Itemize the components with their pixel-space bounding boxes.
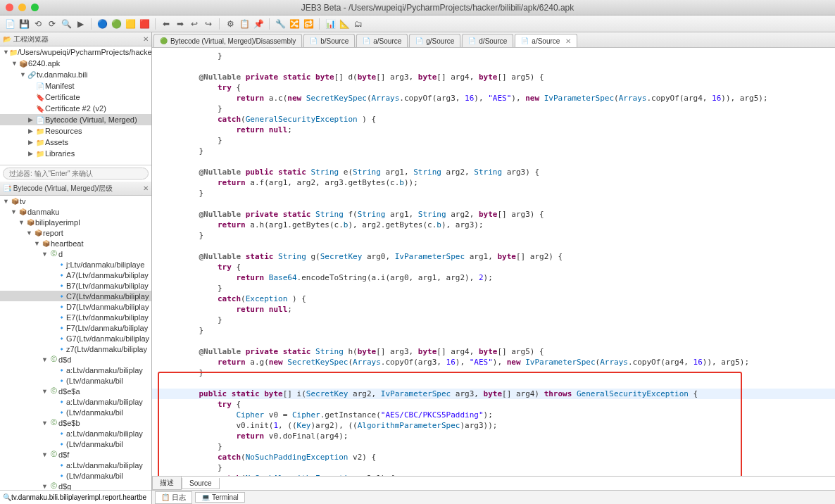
toolbar-button[interactable]: 🔍: [61, 18, 72, 30]
hierarchy-tree-item[interactable]: 🔹(Ltv/danmaku/bil: [0, 407, 151, 417]
project-tree-item[interactable]: 🔖Certificate #2 (v2): [0, 103, 151, 114]
toolbar-button[interactable]: 📊: [325, 18, 336, 30]
tab-terminal[interactable]: 💻Terminal: [195, 492, 245, 503]
code-line[interactable]: catch(Exception ) {: [152, 294, 835, 304]
tab-desc[interactable]: 描述: [152, 477, 182, 490]
project-tree-item[interactable]: ▼📁/Users/wupeiqi/PycharmProjects/hacker/…: [0, 46, 151, 58]
maximize-button[interactable]: [31, 4, 39, 11]
code-line[interactable]: @Nullable private static String h(byte[]…: [152, 346, 835, 357]
hierarchy-tree-item[interactable]: 🔹a:Ltv/danmaku/biliplay: [0, 396, 151, 407]
code-line[interactable]: @Nullable public static String e(String …: [152, 167, 835, 177]
code-line[interactable]: [152, 156, 835, 167]
code-line[interactable]: }: [152, 230, 835, 241]
project-tree-item[interactable]: ▶📁Resources: [0, 125, 151, 137]
hierarchy-tree-item[interactable]: 🔹z7(Ltv/danmaku/biliplay: [0, 344, 151, 354]
editor-tab[interactable]: 📄d/Source: [462, 34, 513, 47]
project-tree-item[interactable]: ▶📄Bytecode (Virtual, Merged): [0, 114, 151, 125]
code-line[interactable]: @Nullable private static byte[] d(byte[]…: [152, 72, 835, 82]
close-button[interactable]: [6, 4, 13, 11]
hierarchy-tree-item[interactable]: ▼📦heartbeat: [0, 238, 151, 248]
hierarchy-tree-item[interactable]: 🔹j:Ltv/danmaku/biliplaye: [0, 259, 151, 270]
code-line[interactable]: [152, 241, 835, 251]
code-line[interactable]: Cipher v0 = Cipher.getInstance("AES/CBC/…: [152, 410, 835, 420]
toolbar-button[interactable]: 📐: [339, 18, 350, 30]
editor-tab[interactable]: 📄a/Source✕: [515, 34, 577, 47]
toolbar-button[interactable]: 🟥: [139, 18, 150, 30]
toolbar-button[interactable]: 🟨: [125, 18, 136, 30]
hierarchy-tree-item[interactable]: 🔹a:Ltv/danmaku/biliplay: [0, 460, 151, 470]
code-line[interactable]: public static byte[] i(SecretKey arg2, I…: [152, 389, 835, 399]
hierarchy-tree[interactable]: ▼📦tv▼📦danmaku▼📦biliplayerimpl▼📦report▼📦h…: [0, 196, 151, 490]
toolbar-button[interactable]: ↪: [203, 18, 214, 30]
code-line[interactable]: }: [152, 283, 835, 294]
hierarchy-tree-item[interactable]: ▼Ⓒd$d: [0, 354, 151, 365]
editor-tab[interactable]: 📄a/Source: [356, 34, 408, 47]
hierarchy-tree-item[interactable]: 🔹A7(Ltv/danmaku/biliplay: [0, 270, 151, 280]
hierarchy-tree-item[interactable]: ▼📦tv: [0, 196, 151, 206]
toolbar-button[interactable]: 💾: [18, 18, 30, 30]
toolbar-button[interactable]: 📄: [4, 18, 15, 30]
project-tree-item[interactable]: ▶📁Libraries: [0, 148, 151, 159]
project-tree-item[interactable]: 🔖Certificate: [0, 92, 151, 103]
code-line[interactable]: }: [152, 315, 835, 325]
code-line[interactable]: catch(NoSuchPaddingException v2) {: [152, 452, 835, 462]
code-line[interactable]: [152, 336, 835, 346]
hierarchy-tree-item[interactable]: 🔹G7(Ltv/danmaku/biliplay: [0, 333, 151, 344]
code-line[interactable]: try {: [152, 399, 835, 410]
code-line[interactable]: return Base64.encodeToString(a.i(arg0, a…: [152, 272, 835, 283]
code-line[interactable]: }: [152, 103, 835, 114]
toolbar-button[interactable]: 🔀: [289, 18, 300, 30]
hierarchy-tree-item[interactable]: ▼Ⓒd$e$a: [0, 386, 151, 396]
tab-close-icon[interactable]: ✕: [565, 37, 571, 45]
hierarchy-tree-item[interactable]: 🔹E7(Ltv/danmaku/biliplay: [0, 312, 151, 322]
project-tree-item[interactable]: ▶📁Assets: [0, 137, 151, 148]
hierarchy-tree-item[interactable]: ▼Ⓒd$g: [0, 481, 151, 490]
project-tree[interactable]: ▼📁/Users/wupeiqi/PycharmProjects/hacker/…: [0, 46, 151, 165]
code-line[interactable]: }: [152, 367, 835, 378]
toolbar-button[interactable]: ➡: [175, 18, 186, 30]
toolbar-button[interactable]: ↩: [189, 18, 200, 30]
filter-input[interactable]: [3, 168, 149, 179]
code-editor[interactable]: } @Nullable private static byte[] d(byte…: [152, 48, 835, 476]
toolbar-button[interactable]: 🗂: [353, 18, 364, 30]
code-line[interactable]: [152, 378, 835, 389]
code-line[interactable]: return a.c(new SecretKeySpec(Arrays.copy…: [152, 93, 835, 103]
toolbar-button[interactable]: ⟲: [32, 18, 44, 30]
hierarchy-tree-item[interactable]: 🔹F7(Ltv/danmaku/biliplay: [0, 322, 151, 333]
code-line[interactable]: return null;: [152, 304, 835, 315]
editor-tab[interactable]: 📄g/Source: [409, 34, 460, 47]
panel-close-icon[interactable]: ✕: [143, 184, 149, 192]
editor-tab[interactable]: 📄b/Source: [303, 34, 355, 47]
hierarchy-tree-item[interactable]: ▼Ⓒd$e$b: [0, 417, 151, 428]
code-line[interactable]: try {: [152, 262, 835, 272]
toolbar-button[interactable]: ▶: [75, 18, 86, 30]
status-path-input[interactable]: [11, 493, 149, 501]
toolbar-button[interactable]: ⟳: [46, 18, 58, 30]
editor-tab[interactable]: 🟢Bytecode (Virtual, Merged)/Disassembly: [153, 34, 302, 47]
code-line[interactable]: }: [152, 188, 835, 199]
tab-log[interactable]: 📋日志: [155, 491, 192, 504]
code-line[interactable]: }: [152, 146, 835, 156]
hierarchy-tree-item[interactable]: 🔹B7(Ltv/danmaku/biliplay: [0, 280, 151, 291]
code-line[interactable]: [152, 61, 835, 72]
toolbar-button[interactable]: 🟢: [111, 18, 122, 30]
hierarchy-tree-item[interactable]: 🔹(Ltv/danmaku/bil: [0, 470, 151, 481]
toolbar-button[interactable]: 🔧: [275, 18, 286, 30]
code-line[interactable]: return a.g(new SecretKeySpec(Arrays.copy…: [152, 357, 835, 367]
code-line[interactable]: return a.f(arg1, arg2, arg3.getBytes(c.b…: [152, 177, 835, 188]
toolbar-button[interactable]: 📌: [253, 18, 264, 30]
tab-source[interactable]: Source: [182, 478, 220, 489]
code-line[interactable]: @Nullable static String g(SecretKey arg0…: [152, 251, 835, 262]
toolbar-button[interactable]: 📋: [239, 18, 250, 30]
hierarchy-tree-item[interactable]: ▼📦report: [0, 227, 151, 238]
hierarchy-tree-item[interactable]: 🔹(Ltv/danmaku/bil: [0, 439, 151, 449]
hierarchy-tree-item[interactable]: 🔹(Ltv/danmaku/bil: [0, 375, 151, 386]
hierarchy-tree-item[interactable]: 🔹D7(Ltv/danmaku/biliplay: [0, 301, 151, 312]
hierarchy-tree-item[interactable]: ▼Ⓒd$f: [0, 449, 151, 460]
hierarchy-tree-item[interactable]: ▼📦biliplayerimpl: [0, 217, 151, 227]
code-line[interactable]: }: [152, 325, 835, 336]
project-tree-item[interactable]: ▼📦6240.apk: [0, 58, 151, 69]
toolbar-button[interactable]: 🔵: [96, 18, 108, 30]
code-line[interactable]: try {: [152, 82, 835, 93]
toolbar-button[interactable]: ⬅: [161, 18, 172, 30]
